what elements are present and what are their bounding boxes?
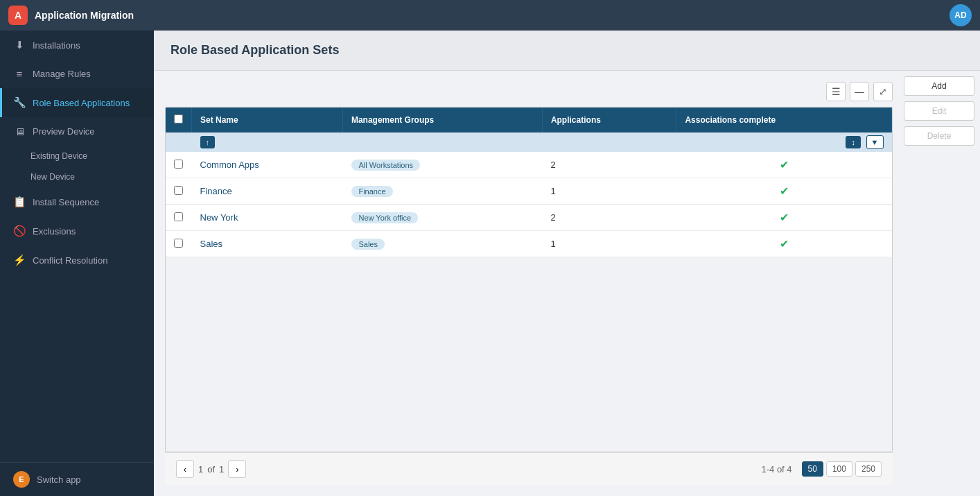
sidebar-item-preview-device[interactable]: 🖥 Preview Device	[0, 117, 154, 146]
table-row: New YorkNew York office2✔	[166, 205, 892, 231]
switch-app-icon: E	[13, 471, 30, 488]
layout: ⬇ Installations ≡ Manage Rules 🔧 Role Ba…	[0, 31, 980, 496]
top-nav: A Application Migration AD	[0, 0, 980, 31]
exclusions-icon: 🚫	[13, 225, 26, 237]
sidebar-label-installations: Installations	[33, 40, 80, 51]
page-size-100[interactable]: 100	[826, 461, 852, 477]
conflict-icon: ⚡	[13, 254, 26, 266]
cell-management-groups: Finance	[342, 178, 542, 205]
sort-cell-mgmt	[342, 132, 542, 152]
switch-app-button[interactable]: E Switch app	[0, 463, 154, 496]
table-toolbar: ☰ — ⤢	[165, 82, 893, 101]
pagination-bar: ‹ 1 of 1 › 1-4 of 4 50 100 250	[165, 452, 893, 485]
select-all-checkbox[interactable]	[174, 114, 183, 123]
sidebar-item-install-sequence[interactable]: 📋 Install Sequence	[0, 187, 154, 216]
management-group-tag: Sales	[351, 239, 385, 250]
sort-set-name-button[interactable]: ↑	[200, 136, 216, 148]
cell-associations-complete: ✔	[676, 231, 892, 257]
manage-rules-icon: ≡	[13, 68, 26, 80]
cell-management-groups: New York office	[342, 205, 542, 231]
user-avatar[interactable]: AD	[950, 4, 972, 26]
preview-device-icon: 🖥	[13, 126, 26, 137]
sidebar-sub-items: Existing Device New Device	[0, 146, 154, 187]
switch-app-label: Switch app	[37, 474, 81, 485]
page-header: Role Based Application Sets	[154, 31, 980, 71]
col-set-name[interactable]: Set Name	[192, 108, 343, 132]
sidebar-item-existing-device[interactable]: Existing Device	[30, 146, 154, 166]
action-panel: Add Edit Delete	[904, 71, 980, 496]
cell-set-name: Finance	[192, 178, 343, 205]
sort-cell-apps	[542, 132, 676, 152]
content-area: ☰ — ⤢ Set Name	[154, 71, 980, 496]
page-size-50[interactable]: 50	[802, 461, 823, 477]
edit-button[interactable]: Edit	[904, 101, 974, 121]
sort-cell-assoc: ↕ ▼	[676, 132, 892, 152]
data-table: Set Name Management Groups Applications …	[166, 108, 892, 257]
total-pages: 1	[219, 464, 224, 474]
app-icon: A	[8, 6, 28, 25]
next-page-button[interactable]: ›	[228, 460, 246, 478]
app-title: Application Migration	[35, 10, 134, 21]
current-page: 1	[198, 464, 203, 474]
expand-button[interactable]: ⤢	[873, 82, 893, 101]
table-row: Common AppsAll Workstations2✔	[166, 152, 892, 178]
installations-icon: ⬇	[13, 39, 26, 51]
cell-set-name: New York	[192, 205, 343, 231]
sidebar-item-exclusions[interactable]: 🚫 Exclusions	[0, 216, 154, 246]
table-row: SalesSales1✔	[166, 231, 892, 257]
cell-associations-complete: ✔	[676, 152, 892, 178]
page-range: 1-4 of 4	[761, 464, 791, 474]
row-checkbox-cell	[166, 231, 192, 257]
row-checkbox-cell	[166, 205, 192, 231]
sidebar-item-new-device[interactable]: New Device	[30, 166, 154, 187]
row-checkbox[interactable]	[174, 212, 183, 221]
row-checkbox[interactable]	[174, 160, 183, 169]
row-checkbox[interactable]	[174, 239, 183, 248]
cell-management-groups: Sales	[342, 231, 542, 257]
add-button[interactable]: Add	[904, 76, 974, 96]
sidebar-item-conflict-resolution[interactable]: ⚡ Conflict Resolution	[0, 246, 154, 275]
cell-applications: 1	[542, 178, 676, 205]
cell-set-name: Common Apps	[192, 152, 343, 178]
sort-filter-checkbox-cell	[166, 132, 192, 152]
sidebar-item-manage-rules[interactable]: ≡ Manage Rules	[0, 60, 154, 88]
cell-applications: 2	[542, 152, 676, 178]
management-group-tag: All Workstations	[351, 160, 420, 171]
check-icon: ✔	[780, 159, 789, 171]
col-management-groups: Management Groups	[342, 108, 542, 132]
top-nav-left: A Application Migration	[8, 6, 134, 25]
row-checkbox[interactable]	[174, 186, 183, 195]
management-group-tag: Finance	[351, 186, 392, 197]
row-checkbox-cell	[166, 178, 192, 205]
sort-filter-row: ↑ ↕ ▼	[166, 132, 892, 152]
list-view-button[interactable]: ☰	[826, 82, 846, 101]
sidebar-item-role-based-applications[interactable]: 🔧 Role Based Applications	[0, 88, 154, 117]
cell-associations-complete: ✔	[676, 205, 892, 231]
page-size-250[interactable]: 250	[855, 461, 882, 477]
delete-button[interactable]: Delete	[904, 126, 974, 146]
table-header-row: Set Name Management Groups Applications …	[166, 108, 892, 132]
sidebar-label-role-based: Role Based Applications	[33, 98, 130, 108]
pagination-left: ‹ 1 of 1 ›	[176, 460, 246, 478]
check-icon: ✔	[780, 185, 789, 197]
sidebar-label-conflict: Conflict Resolution	[33, 255, 107, 266]
table-row: FinanceFinance1✔	[166, 178, 892, 205]
filter-assoc-button[interactable]: ▼	[866, 135, 884, 149]
col-checkbox	[166, 108, 192, 132]
cell-set-name: Sales	[192, 231, 343, 257]
collapse-button[interactable]: —	[850, 82, 869, 101]
role-based-icon: 🔧	[13, 96, 26, 109]
of-label: of	[207, 464, 215, 474]
table-body: Common AppsAll Workstations2✔FinanceFina…	[166, 152, 892, 257]
install-sequence-icon: 📋	[13, 196, 26, 208]
col-applications: Applications	[542, 108, 676, 132]
sidebar-item-installations[interactable]: ⬇ Installations	[0, 31, 154, 60]
cell-associations-complete: ✔	[676, 178, 892, 205]
pagination-right: 1-4 of 4 50 100 250	[761, 461, 882, 477]
sidebar-label-exclusions: Exclusions	[33, 226, 76, 237]
sort-cell-setname: ↑	[192, 132, 343, 152]
sidebar-label-manage-rules: Manage Rules	[33, 69, 91, 79]
table-area: ☰ — ⤢ Set Name	[154, 71, 904, 496]
sort-assoc-button[interactable]: ↕	[846, 136, 861, 148]
prev-page-button[interactable]: ‹	[176, 460, 194, 478]
